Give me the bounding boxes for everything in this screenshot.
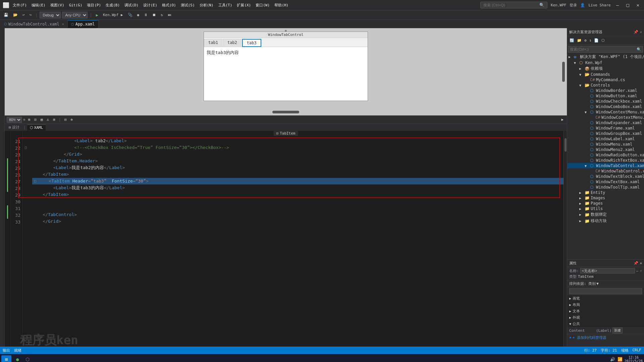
code-line-29[interactable]: </TabItem> — [32, 191, 564, 198]
tree-windowtabcontrol[interactable]: ▼ ⬡ WindowTabControl.xaml — [567, 163, 644, 168]
toolbar-misc-icon4[interactable]: ↻ — [159, 12, 165, 18]
code-content[interactable]: <Label> tab2 </Label> <!--<CheckBox IsCh… — [29, 131, 564, 347]
tree-windowmenu[interactable]: ⬡ WindowMenu.xaml — [567, 142, 644, 147]
debug-config-select[interactable]: Debug — [40, 12, 61, 18]
snap-icon[interactable]: ⊡ — [33, 117, 38, 122]
tree-images[interactable]: ▶ 📁 Images — [567, 195, 644, 201]
menu-help[interactable]: 帮助(H) — [273, 2, 290, 8]
toolbar-misc-icon5[interactable]: ⏭ — [166, 12, 173, 18]
expand-arrow-commands[interactable]: ▼ — [579, 73, 585, 76]
close-panel-icon[interactable]: ✕ — [640, 30, 642, 34]
content-new-button[interactable]: 新建 — [612, 327, 623, 333]
menu-extend[interactable]: 扩展(X) — [235, 2, 252, 8]
tree-windowtabcontrol-cs[interactable]: C# WindowTabControl.xaml.cs — [567, 168, 644, 174]
menu-debug[interactable]: 调试(D) — [123, 2, 140, 8]
toolbar-undo-icon[interactable]: ↩ — [21, 12, 26, 18]
code-line-27[interactable]: □ <TabItem Header=“tab3” FontSize=“30” > — [32, 178, 564, 185]
sync-icon[interactable]: 🔄 — [569, 38, 575, 43]
props-close-icon[interactable]: ✕ — [640, 261, 642, 265]
solution-search-box[interactable]: 🔍 — [568, 46, 643, 53]
preview-hscrollbar[interactable] — [272, 111, 299, 113]
design-tab[interactable]: ⊞ 设计 — [6, 124, 22, 131]
preview-tab-2[interactable]: tab2 — [223, 39, 241, 47]
menu-build[interactable]: 生成(B) — [104, 2, 121, 8]
menu-analyze[interactable]: 分析(N) — [198, 2, 215, 8]
tree-windowborder[interactable]: ⬡ WindowBorder.xaml — [567, 88, 644, 93]
output-toggle[interactable]: 输出 — [3, 348, 10, 353]
code-line-23[interactable]: </Grid> — [32, 151, 564, 158]
show-files-icon[interactable]: 📁 — [576, 38, 583, 43]
toolbar-redo-icon[interactable]: ↪ — [28, 12, 34, 18]
resize-handle[interactable] — [285, 30, 287, 32]
tree-windowbutton[interactable]: ⬡ WindowButton.xaml — [567, 93, 644, 99]
tree-windowexpander[interactable]: ⬡ WindowExpander.xaml — [567, 120, 644, 125]
tree-controls[interactable]: ▼ 📂 Controls — [567, 83, 644, 88]
expand-arrow-utils[interactable]: ▶ — [579, 207, 585, 211]
collapse-all-icon[interactable]: ↕ — [588, 38, 593, 43]
expand-arrow-mb[interactable]: ▶ — [579, 219, 585, 223]
taskbar-chrome[interactable]: ● — [13, 355, 21, 362]
props-section-common[interactable]: ▼ 公共 — [567, 321, 644, 327]
props-sort-dropdown-icon[interactable]: ▼ — [596, 281, 599, 286]
code-line-24[interactable]: </TabItem.Header> — [32, 158, 564, 164]
expand-arrow-db[interactable]: ▶ — [579, 213, 585, 216]
code-line-33[interactable]: </Grid> — [32, 218, 564, 225]
zoom-select[interactable]: 80% — [7, 117, 22, 123]
tree-utils[interactable]: ▶ 📁 Utils — [567, 206, 644, 211]
props-pin-icon[interactable]: 📌 — [634, 261, 638, 265]
search-bar[interactable]: 🔍 — [480, 2, 547, 8]
tree-solution-root[interactable]: ▶ ⊞ 解决方案 "Ken.WPF" (1 个项目/共 1 个) — [567, 54, 644, 60]
tree-windowcontextmenu[interactable]: ▼ ⬡ WindowContextMenu.xaml — [567, 109, 644, 115]
tree-windowtextbox[interactable]: ⬡ WindowTextBox.xaml — [567, 179, 644, 185]
props-name-event-icon[interactable]: ⚡ — [640, 269, 642, 273]
menu-design[interactable]: 设计(E) — [142, 2, 159, 8]
pin-icon[interactable]: 📌 — [634, 30, 638, 34]
solution-search-input[interactable] — [570, 47, 637, 51]
menu-edit[interactable]: 编辑(E) — [30, 2, 47, 8]
expand-arrow-entity[interactable]: ▶ — [579, 191, 585, 195]
tree-windowcheckbox[interactable]: ⬡ WindowCheckbox.xaml — [567, 99, 644, 104]
menu-project[interactable]: 项目(P) — [86, 2, 102, 8]
menu-view[interactable]: 视图(V) — [49, 2, 66, 8]
props-section-text[interactable]: ▶ 文本 — [567, 308, 644, 314]
run-button[interactable]: ▶ — [94, 12, 100, 18]
toolbar-open-icon[interactable]: 📂 — [11, 12, 19, 18]
tree-windowcontextmenu-cs[interactable]: C# WindowContextMenu.xaml.cs — [567, 115, 644, 120]
code-line-31[interactable] — [32, 205, 564, 211]
expand-icon[interactable]: ⊕ — [69, 117, 74, 122]
tree-project[interactable]: ▼ ⬡ Ken.Wpf — [567, 60, 644, 65]
tree-mycommand[interactable]: C# MyCommand.cs — [567, 77, 644, 83]
login-button[interactable]: 登录 — [570, 3, 577, 8]
tree-windowlabel[interactable]: ⬡ WindowLabel.xaml — [567, 136, 644, 142]
arrange-icon[interactable]: ⊞ — [52, 117, 57, 122]
toolbar-misc-icon2[interactable]: ⏸ — [142, 12, 149, 18]
taskbar-vs[interactable]: ⬡ — [23, 355, 32, 362]
tree-windowcombobox[interactable]: ⬡ WindowComboBox.xaml — [567, 104, 644, 109]
menu-tools[interactable]: 工具(T) — [217, 2, 234, 8]
tree-windowrichtextbox[interactable]: ⬡ WindowRichTextBox.xaml — [567, 158, 644, 163]
code-line-22[interactable]: <!--<CheckBox IsChecked=“True” FontSize=… — [32, 144, 564, 151]
tree-entity[interactable]: ▶ 📁 Entity — [567, 190, 644, 195]
tree-windowmenu2[interactable]: ⬡ WindowMenu2.xaml — [567, 147, 644, 152]
toolbar-save-icon[interactable]: 💾 — [2, 12, 10, 18]
code-line-32[interactable]: </TabControl> — [32, 211, 564, 218]
expand-arrow-project[interactable]: ▼ — [574, 61, 579, 65]
grid-icon[interactable]: ⊞ — [27, 117, 32, 122]
code-right-scrollbar[interactable] — [564, 131, 567, 347]
tree-dependencies[interactable]: ▶ 📦 依赖项 — [567, 65, 644, 72]
tree-windowtooltip[interactable]: ⬡ WindowToolTip.xaml — [567, 185, 644, 190]
anchor-icon[interactable]: ⚓ — [46, 117, 51, 122]
cpu-config-select[interactable]: Any CPU — [62, 12, 88, 18]
layout-toggle-icon[interactable]: ⊟ — [63, 117, 68, 122]
props-section-brushes[interactable]: ▶ 画笔 — [567, 295, 644, 302]
tree-commands[interactable]: ▼ 📂 Commands — [567, 72, 644, 77]
expand-arrow-pages[interactable]: ▶ — [579, 202, 585, 205]
maximize-button[interactable]: □ — [624, 2, 631, 8]
menu-git[interactable]: Git(G) — [68, 2, 84, 8]
code-line-25[interactable]: <Label> 我是tab2的内容 </Label> — [32, 164, 564, 171]
close-button[interactable]: ✕ — [635, 2, 641, 8]
preview-scrollbar[interactable] — [562, 62, 565, 82]
live-share-button[interactable]: Live Share — [588, 3, 610, 7]
global-search-input[interactable] — [483, 3, 539, 7]
tab-close-windowtabcontrol[interactable]: ✕ — [62, 22, 64, 26]
